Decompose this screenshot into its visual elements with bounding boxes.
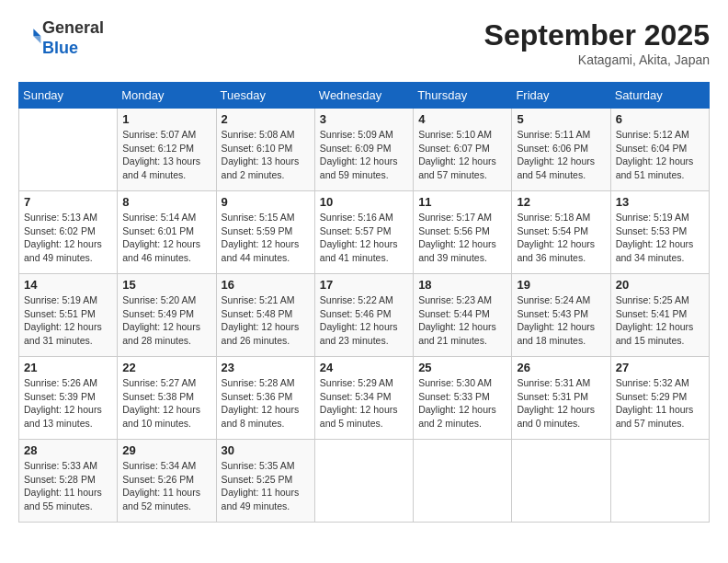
calendar-cell: 17Sunrise: 5:22 AMSunset: 5:46 PMDayligh… — [314, 274, 413, 357]
day-number: 19 — [517, 278, 605, 292]
weekday-header-saturday: Saturday — [610, 83, 709, 109]
day-number: 16 — [222, 278, 310, 292]
calendar-cell: 22Sunrise: 5:27 AMSunset: 5:38 PMDayligh… — [118, 357, 216, 440]
calendar-cell: 27Sunrise: 5:32 AMSunset: 5:29 PMDayligh… — [610, 357, 709, 440]
calendar-cell — [314, 440, 413, 523]
logo-general: General — [42, 18, 104, 37]
calendar-week-row: 21Sunrise: 5:26 AMSunset: 5:39 PMDayligh… — [19, 357, 710, 440]
calendar-cell: 16Sunrise: 5:21 AMSunset: 5:48 PMDayligh… — [216, 274, 314, 357]
day-number: 14 — [24, 278, 112, 292]
calendar-cell: 29Sunrise: 5:34 AMSunset: 5:26 PMDayligh… — [118, 440, 216, 523]
day-info: Sunrise: 5:10 AMSunset: 6:07 PMDaylight:… — [418, 128, 506, 182]
day-info: Sunrise: 5:21 AMSunset: 5:48 PMDaylight:… — [222, 293, 310, 348]
day-info: Sunrise: 5:34 AMSunset: 5:26 PMDaylight:… — [122, 459, 210, 513]
day-info: Sunrise: 5:35 AMSunset: 5:25 PMDaylight:… — [222, 459, 310, 513]
page-header: General Blue September 2025 Katagami, Ak… — [18, 18, 710, 67]
day-number: 1 — [122, 112, 210, 126]
day-info: Sunrise: 5:19 AMSunset: 5:51 PMDaylight:… — [24, 293, 112, 348]
svg-marker-0 — [33, 29, 40, 36]
day-number: 17 — [320, 278, 408, 292]
day-number: 4 — [418, 112, 506, 126]
day-number: 26 — [517, 361, 605, 374]
calendar-cell — [414, 440, 512, 523]
weekday-header-monday: Monday — [118, 83, 216, 109]
calendar-week-row: 28Sunrise: 5:33 AMSunset: 5:28 PMDayligh… — [19, 440, 710, 523]
calendar-table: SundayMondayTuesdayWednesdayThursdayFrid… — [18, 82, 710, 523]
day-info: Sunrise: 5:23 AMSunset: 5:44 PMDaylight:… — [418, 293, 506, 348]
calendar-cell: 28Sunrise: 5:33 AMSunset: 5:28 PMDayligh… — [19, 440, 118, 523]
calendar-cell: 11Sunrise: 5:17 AMSunset: 5:56 PMDayligh… — [414, 191, 512, 274]
calendar-cell: 26Sunrise: 5:31 AMSunset: 5:31 PMDayligh… — [512, 357, 610, 440]
calendar-cell: 18Sunrise: 5:23 AMSunset: 5:44 PMDayligh… — [414, 274, 512, 357]
day-number: 2 — [222, 112, 310, 126]
calendar-cell — [19, 109, 118, 191]
calendar-cell: 30Sunrise: 5:35 AMSunset: 5:25 PMDayligh… — [216, 440, 314, 523]
day-number: 20 — [616, 278, 704, 292]
calendar-cell: 12Sunrise: 5:18 AMSunset: 5:54 PMDayligh… — [512, 191, 610, 274]
day-info: Sunrise: 5:19 AMSunset: 5:53 PMDaylight:… — [616, 211, 704, 265]
day-number: 23 — [222, 361, 310, 374]
logo-blue: Blue — [42, 39, 78, 57]
day-info: Sunrise: 5:12 AMSunset: 6:04 PMDaylight:… — [616, 128, 704, 182]
day-info: Sunrise: 5:26 AMSunset: 5:39 PMDaylight:… — [24, 376, 112, 431]
weekday-header-row: SundayMondayTuesdayWednesdayThursdayFrid… — [19, 83, 710, 109]
day-info: Sunrise: 5:29 AMSunset: 5:34 PMDaylight:… — [320, 376, 408, 431]
day-number: 30 — [222, 443, 310, 457]
calendar-cell: 15Sunrise: 5:20 AMSunset: 5:49 PMDayligh… — [118, 274, 216, 357]
day-number: 13 — [616, 195, 704, 209]
calendar-week-row: 14Sunrise: 5:19 AMSunset: 5:51 PMDayligh… — [19, 274, 710, 357]
day-number: 10 — [320, 195, 408, 209]
weekday-header-thursday: Thursday — [414, 83, 512, 109]
calendar-cell: 8Sunrise: 5:14 AMSunset: 6:01 PMDaylight… — [118, 191, 216, 274]
day-info: Sunrise: 5:22 AMSunset: 5:46 PMDaylight:… — [320, 293, 408, 348]
day-info: Sunrise: 5:07 AMSunset: 6:12 PMDaylight:… — [122, 128, 210, 182]
weekday-header-tuesday: Tuesday — [216, 83, 314, 109]
day-number: 3 — [320, 112, 408, 126]
calendar-cell: 5Sunrise: 5:11 AMSunset: 6:06 PMDaylight… — [512, 109, 610, 191]
title-block: September 2025 Katagami, Akita, Japan — [484, 18, 710, 67]
calendar-week-row: 1Sunrise: 5:07 AMSunset: 6:12 PMDaylight… — [19, 109, 710, 191]
weekday-header-sunday: Sunday — [19, 83, 118, 109]
logo: General Blue — [18, 18, 104, 58]
calendar-cell — [610, 440, 709, 523]
day-info: Sunrise: 5:15 AMSunset: 5:59 PMDaylight:… — [222, 211, 310, 265]
day-info: Sunrise: 5:08 AMSunset: 6:10 PMDaylight:… — [222, 128, 310, 182]
day-info: Sunrise: 5:32 AMSunset: 5:29 PMDaylight:… — [616, 376, 704, 431]
calendar-cell: 21Sunrise: 5:26 AMSunset: 5:39 PMDayligh… — [19, 357, 118, 440]
calendar-cell: 24Sunrise: 5:29 AMSunset: 5:34 PMDayligh… — [314, 357, 413, 440]
day-number: 28 — [24, 443, 112, 457]
day-number: 12 — [517, 195, 605, 209]
calendar-week-row: 7Sunrise: 5:13 AMSunset: 6:02 PMDaylight… — [19, 191, 710, 274]
day-number: 29 — [122, 443, 210, 457]
day-info: Sunrise: 5:20 AMSunset: 5:49 PMDaylight:… — [122, 293, 210, 348]
day-info: Sunrise: 5:33 AMSunset: 5:28 PMDaylight:… — [24, 459, 112, 513]
day-number: 27 — [616, 361, 704, 374]
day-number: 15 — [122, 278, 210, 292]
calendar-cell: 25Sunrise: 5:30 AMSunset: 5:33 PMDayligh… — [414, 357, 512, 440]
calendar-cell: 20Sunrise: 5:25 AMSunset: 5:41 PMDayligh… — [610, 274, 709, 357]
day-info: Sunrise: 5:16 AMSunset: 5:57 PMDaylight:… — [320, 211, 408, 265]
day-number: 5 — [517, 112, 605, 126]
day-number: 22 — [122, 361, 210, 374]
weekday-header-wednesday: Wednesday — [314, 83, 413, 109]
calendar-cell: 7Sunrise: 5:13 AMSunset: 6:02 PMDaylight… — [19, 191, 118, 274]
month-title: September 2025 — [484, 18, 710, 52]
calendar-cell: 1Sunrise: 5:07 AMSunset: 6:12 PMDaylight… — [118, 109, 216, 191]
day-info: Sunrise: 5:30 AMSunset: 5:33 PMDaylight:… — [418, 376, 506, 431]
day-info: Sunrise: 5:09 AMSunset: 6:09 PMDaylight:… — [320, 128, 408, 182]
calendar-cell: 10Sunrise: 5:16 AMSunset: 5:57 PMDayligh… — [314, 191, 413, 274]
logo-icon — [20, 26, 42, 48]
day-info: Sunrise: 5:24 AMSunset: 5:43 PMDaylight:… — [517, 293, 605, 348]
day-number: 6 — [616, 112, 704, 126]
calendar-cell: 13Sunrise: 5:19 AMSunset: 5:53 PMDayligh… — [610, 191, 709, 274]
day-info: Sunrise: 5:14 AMSunset: 6:01 PMDaylight:… — [122, 211, 210, 265]
day-info: Sunrise: 5:27 AMSunset: 5:38 PMDaylight:… — [122, 376, 210, 431]
day-info: Sunrise: 5:28 AMSunset: 5:36 PMDaylight:… — [222, 376, 310, 431]
calendar-cell: 6Sunrise: 5:12 AMSunset: 6:04 PMDaylight… — [610, 109, 709, 191]
day-number: 21 — [24, 361, 112, 374]
day-number: 24 — [320, 361, 408, 374]
day-number: 9 — [222, 195, 310, 209]
day-info: Sunrise: 5:18 AMSunset: 5:54 PMDaylight:… — [517, 211, 605, 265]
calendar-cell — [512, 440, 610, 523]
location: Katagami, Akita, Japan — [484, 52, 710, 67]
